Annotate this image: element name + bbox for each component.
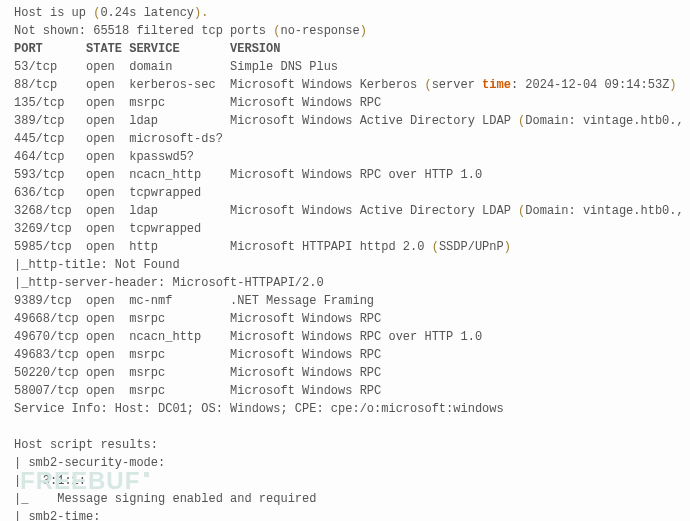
port-row: 3269/tcp open tcpwrapped xyxy=(14,220,676,238)
port-row: 389/tcp open ldap Microsoft Windows Acti… xyxy=(14,112,676,130)
http-title-line: |_http-title: Not Found xyxy=(14,256,676,274)
paren-val: SSDP/UPnP xyxy=(439,240,504,254)
port-row: 135/tcp open msrpc Microsoft Windows RPC xyxy=(14,94,676,112)
smb-security-line: | smb2-security-mode: xyxy=(14,454,676,472)
port-row: 3268/tcp open ldap Microsoft Windows Act… xyxy=(14,202,676,220)
open-paren: ( xyxy=(424,78,431,92)
port-left: 88/tcp open kerberos-sec Microsoft Windo… xyxy=(14,78,424,92)
not-shown-line: Not shown: 65518 filtered tcp ports (no-… xyxy=(14,22,676,40)
http-server-line: |_http-server-header: Microsoft-HTTPAPI/… xyxy=(14,274,676,292)
time-highlight: time xyxy=(482,78,511,92)
host-script-title: Host script results: xyxy=(14,436,676,454)
open-paren: ( xyxy=(432,240,439,254)
header-row: PORT STATE SERVICE VERSION xyxy=(14,40,676,58)
port-row: 445/tcp open microsoft-ds? xyxy=(14,130,676,148)
port-row: 593/tcp open ncacn_http Microsoft Window… xyxy=(14,166,676,184)
port-row: 50220/tcp open msrpc Microsoft Windows R… xyxy=(14,364,676,382)
port-left: 389/tcp open ldap Microsoft Windows Acti… xyxy=(14,114,518,128)
port-left: 3268/tcp open ldap Microsoft Windows Act… xyxy=(14,204,518,218)
host-up-line: Host is up (0.24s latency). xyxy=(14,4,676,22)
port-row: 53/tcp open domain Simple DNS Plus xyxy=(14,58,676,76)
close-paren: ) xyxy=(504,240,511,254)
close-paren: ) xyxy=(360,24,367,38)
port-row: 49668/tcp open msrpc Microsoft Windows R… xyxy=(14,310,676,328)
paren-rest: : 2024-12-04 09:14:53Z xyxy=(511,78,669,92)
not-shown-prefix: Not shown: 65518 filtered tcp ports xyxy=(14,24,273,38)
smb-time-line: | smb2-time: xyxy=(14,508,676,521)
port-row: 636/tcp open tcpwrapped xyxy=(14,184,676,202)
terminal-output: Host is up (0.24s latency). Not shown: 6… xyxy=(0,0,690,521)
blank-line xyxy=(14,418,676,436)
port-row: 49683/tcp open msrpc Microsoft Windows R… xyxy=(14,346,676,364)
dot: . xyxy=(201,6,208,20)
smb-version-line: | 3:1:1: xyxy=(14,472,676,490)
port-row: 9389/tcp open mc-nmf .NET Message Framin… xyxy=(14,292,676,310)
paren-val: Domain: vintage.htb0., Site: Default- xyxy=(525,204,690,218)
port-row: 5985/tcp open http Microsoft HTTPAPI htt… xyxy=(14,238,676,256)
close-paren: ) xyxy=(669,78,676,92)
paren-val: Domain: vintage.htb0., Site: Default- xyxy=(525,114,690,128)
port-row: 58007/tcp open msrpc Microsoft Windows R… xyxy=(14,382,676,400)
port-row: 88/tcp open kerberos-sec Microsoft Windo… xyxy=(14,76,676,94)
latency-value: 0.24s latency xyxy=(100,6,194,20)
port-row: 49670/tcp open ncacn_http Microsoft Wind… xyxy=(14,328,676,346)
port-row: 464/tcp open kpasswd5? xyxy=(14,148,676,166)
not-shown-val: no-response xyxy=(280,24,359,38)
service-info-line: Service Info: Host: DC01; OS: Windows; C… xyxy=(14,400,676,418)
paren-pre: server xyxy=(432,78,482,92)
smb-message-line: |_ Message signing enabled and required xyxy=(14,490,676,508)
host-up-prefix: Host is up xyxy=(14,6,93,20)
port-left: 5985/tcp open http Microsoft HTTPAPI htt… xyxy=(14,240,432,254)
